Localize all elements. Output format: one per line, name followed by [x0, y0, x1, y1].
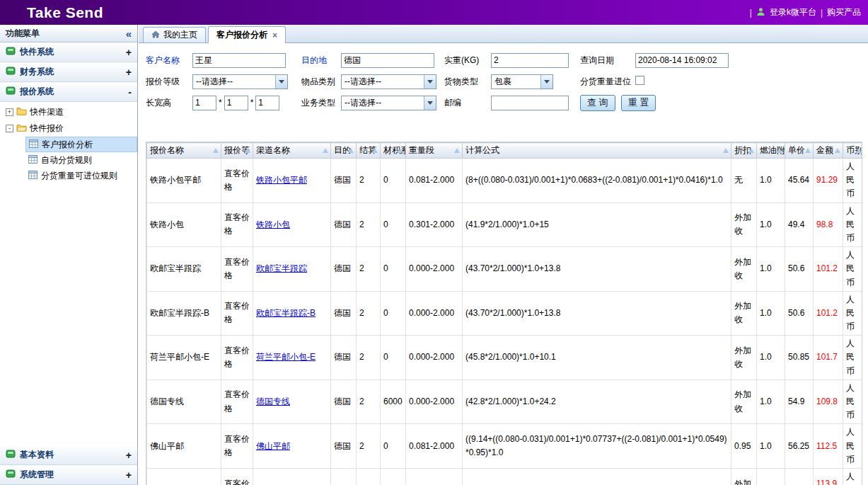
- cell-vol: 0: [381, 468, 406, 485]
- cell-currency: 人民币: [843, 159, 863, 203]
- sidebar-item-system-management[interactable]: 系统管理 +: [0, 465, 137, 485]
- table-row[interactable]: 荷兰平邮小包-E直客价格荷兰平邮小包-E德国200.000-2.000(45.8…: [147, 336, 863, 380]
- cell-fuel: 1.0: [757, 247, 785, 292]
- tree-item-auto-split-rule[interactable]: 自动分货规则: [25, 152, 137, 168]
- expand-icon[interactable]: +: [126, 47, 132, 58]
- table-row[interactable]: 佛山平邮直客价格佛山平邮德国200.081-2.000((9.14+((0.08…: [147, 424, 863, 469]
- sidebar-item-quote-system[interactable]: 报价系统 -: [0, 82, 137, 102]
- postcode-input[interactable]: [491, 96, 569, 110]
- tab-customer-quote-analysis[interactable]: 客户报价分析 ×: [208, 26, 286, 43]
- table-row[interactable]: 江西E邮宝直客价格江西E邮宝德国200.500-2.000((60*2/1.00…: [147, 468, 863, 485]
- cell-channel: 德国专线: [253, 380, 331, 424]
- chevron-down-icon[interactable]: [540, 75, 552, 89]
- length-input[interactable]: [192, 96, 216, 110]
- split-weight-carry-checkbox[interactable]: [635, 76, 644, 85]
- expand-icon[interactable]: +: [126, 450, 132, 461]
- item-category-select[interactable]: --请选择--: [341, 74, 436, 89]
- column-header-name[interactable]: 报价名称: [147, 143, 221, 159]
- sort-icon[interactable]: [245, 148, 250, 153]
- sidebar-item-finance-system[interactable]: 财务系统 +: [0, 62, 137, 82]
- buy-product-link[interactable]: 购买产品: [827, 6, 861, 18]
- cell-discount: 外加收: [731, 468, 757, 485]
- sort-icon[interactable]: [777, 148, 782, 153]
- table-row[interactable]: 德国专线直客价格德国专线德国260000.000-2.000(42.8*2/1.…: [147, 380, 863, 424]
- channel-link[interactable]: 荷兰平邮小包-E: [256, 352, 316, 362]
- split-weight-carry-label: 分货重量进位: [580, 76, 632, 88]
- expand-icon[interactable]: +: [126, 67, 132, 78]
- collapse-icon[interactable]: -: [128, 86, 132, 98]
- column-header-channel[interactable]: 渠道名称: [253, 143, 331, 159]
- sort-icon[interactable]: [348, 148, 354, 153]
- cell-price: 50.6: [785, 291, 814, 336]
- column-header-amount[interactable]: 金额: [814, 143, 843, 159]
- tree-item-label: 快件渠道: [30, 106, 64, 118]
- sidebar-item-basic-data[interactable]: 基本资料 +: [0, 445, 137, 465]
- column-header-dest[interactable]: 目的: [331, 143, 357, 159]
- channel-link[interactable]: 欧邮宝半跟踪: [256, 263, 307, 273]
- sort-icon[interactable]: [372, 148, 378, 153]
- column-header-vol[interactable]: 材积系: [381, 143, 406, 159]
- column-header-formula[interactable]: 计算公式: [463, 143, 731, 159]
- cargo-type-select[interactable]: 包裹: [491, 74, 553, 89]
- grid-icon: [28, 171, 37, 181]
- tree-item-split-weight-carry-rule[interactable]: 分货重量可进位规则: [25, 168, 137, 183]
- weight-input[interactable]: [491, 53, 569, 68]
- column-header-range[interactable]: 重量段: [406, 143, 463, 159]
- height-input[interactable]: [255, 96, 279, 110]
- search-button[interactable]: 查 询: [580, 95, 615, 111]
- module-icon: [6, 469, 16, 481]
- tree-item-customer-quote-analysis[interactable]: 客户报价分析: [25, 137, 137, 152]
- channel-link[interactable]: 德国专线: [256, 396, 290, 406]
- chevron-down-icon[interactable]: [424, 96, 436, 110]
- column-header-weight[interactable]: 结算: [357, 143, 381, 159]
- chevron-down-icon[interactable]: [275, 75, 287, 89]
- customer-name-input[interactable]: [192, 53, 286, 68]
- chevron-down-icon[interactable]: [424, 75, 436, 89]
- column-header-price[interactable]: 单价: [785, 143, 814, 159]
- width-input[interactable]: [224, 96, 248, 110]
- cell-dest: 德国: [331, 291, 357, 336]
- channel-link[interactable]: 欧邮宝半跟踪-B: [256, 308, 316, 318]
- table-row[interactable]: 铁路小包平邮直客价格铁路小包平邮德国200.081-2.000(8+((0.08…: [147, 159, 863, 203]
- channel-link[interactable]: 铁路小包: [256, 219, 290, 229]
- sort-icon[interactable]: [323, 148, 328, 153]
- sort-icon[interactable]: [454, 148, 460, 153]
- cargo-type-label: 货物类型: [444, 76, 488, 88]
- sort-icon[interactable]: [398, 148, 403, 153]
- login-link[interactable]: 登录k微平台: [770, 6, 816, 18]
- close-tab-icon[interactable]: ×: [272, 30, 277, 40]
- quote-level-select[interactable]: --请选择--: [192, 74, 288, 89]
- reset-button[interactable]: 重 置: [621, 95, 656, 111]
- tab-home[interactable]: 我的主页: [143, 27, 206, 42]
- table-row[interactable]: 欧邮宝半跟踪-B直客价格欧邮宝半跟踪-B德国200.000-2.000(43.7…: [147, 291, 863, 336]
- column-header-currency[interactable]: 币别: [843, 143, 863, 159]
- cell-price: 49.4: [785, 202, 814, 247]
- table-row[interactable]: 铁路小包直客价格铁路小包德国200.301-2.000(41.9*2/1.000…: [147, 202, 863, 247]
- sidebar-item-label: 系统管理: [20, 469, 54, 481]
- sort-icon[interactable]: [748, 148, 754, 153]
- collapse-box-icon[interactable]: -: [6, 125, 13, 132]
- expand-box-icon[interactable]: +: [6, 108, 13, 116]
- business-type-select[interactable]: --请选择--: [341, 96, 436, 110]
- item-category-label: 物品类别: [301, 76, 338, 88]
- cell-discount: 0.95: [731, 424, 757, 469]
- collapse-sidebar-icon[interactable]: «: [126, 28, 132, 39]
- sort-icon[interactable]: [805, 148, 811, 153]
- expand-icon[interactable]: +: [126, 469, 132, 481]
- channel-link[interactable]: 佛山平邮: [256, 441, 290, 451]
- sort-icon[interactable]: [213, 148, 219, 153]
- column-header-fuel[interactable]: 燃油附: [757, 143, 785, 159]
- column-header-level[interactable]: 报价等: [221, 143, 253, 159]
- query-date-input[interactable]: [635, 53, 729, 68]
- tree-item-label: 分货重量可进位规则: [41, 170, 117, 182]
- sort-icon[interactable]: [723, 148, 729, 153]
- sidebar-item-express-system[interactable]: 快件系统 +: [0, 42, 137, 62]
- tree-item-express-channel[interactable]: + 快件渠道: [0, 104, 137, 120]
- sort-icon[interactable]: [835, 148, 840, 153]
- sort-icon[interactable]: [856, 148, 862, 153]
- column-header-discount[interactable]: 折扣: [731, 143, 757, 159]
- table-row[interactable]: 欧邮宝半跟踪直客价格欧邮宝半跟踪德国200.000-2.000(43.70*2/…: [147, 247, 863, 292]
- channel-link[interactable]: 铁路小包平邮: [256, 175, 307, 185]
- destination-input[interactable]: [341, 53, 434, 68]
- tree-item-express-quote[interactable]: - 快件报价: [0, 120, 137, 137]
